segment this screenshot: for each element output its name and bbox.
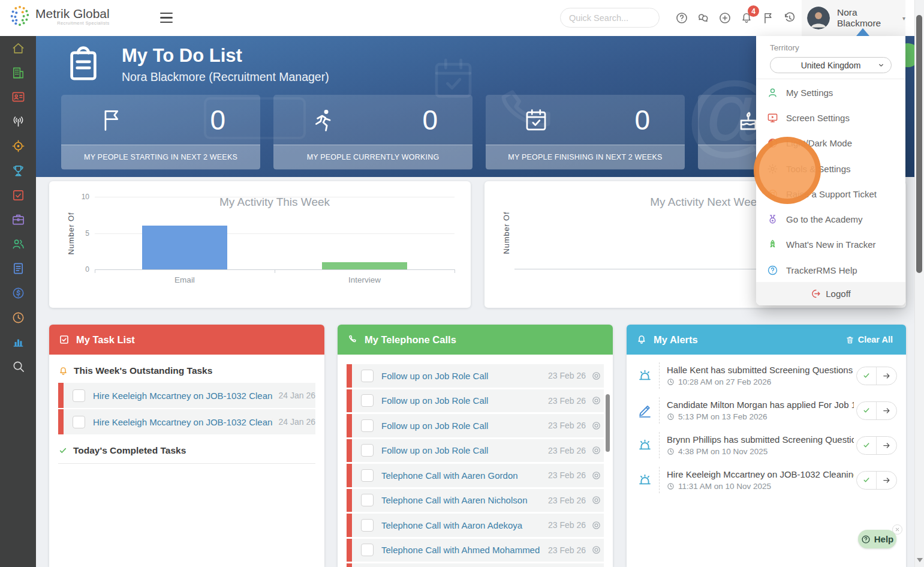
menu-item-light-dark-mode[interactable]: Light/Dark Mode	[756, 131, 905, 156]
sidebar-item-trophy[interactable]	[0, 158, 36, 183]
history-button[interactable]	[783, 11, 796, 25]
list-item: Hire Keeleigh Mccartney on JOB-1032 Clea…	[58, 409, 315, 434]
row-checkbox[interactable]	[73, 389, 85, 402]
scroll-down-arrow[interactable]	[917, 558, 923, 562]
stat-value: 0	[634, 104, 650, 136]
territory-select[interactable]: United Kingdom	[770, 57, 892, 73]
topbar-icons: 4	[675, 0, 796, 36]
stat-card[interactable]: 0MY PEOPLE FINISHING IN NEXT 2 WEEKS	[486, 95, 685, 170]
menu-item-label: What's New in Tracker	[786, 239, 876, 250]
sidebar-item-people[interactable]	[0, 232, 36, 256]
help-button[interactable]	[675, 11, 688, 25]
people-icon	[11, 237, 25, 251]
row-link[interactable]: Hire Keeleigh Mccartney on JOB-1032 Clea…	[93, 391, 273, 401]
alert-complete-button[interactable]	[857, 437, 877, 454]
add-button[interactable]	[718, 11, 732, 25]
alert-content: Halle Kent has submitted Screening Quest…	[667, 365, 854, 386]
list-item: Follow up on Job Role Call23 Feb 26	[347, 364, 604, 388]
sidebar-item-broadcast[interactable]	[0, 109, 36, 134]
row-checkbox[interactable]	[361, 444, 374, 457]
scrollbar-thumb[interactable]	[916, 15, 922, 273]
alert-open-button[interactable]	[877, 367, 896, 385]
row-checkbox[interactable]	[361, 370, 374, 382]
flag-button[interactable]	[762, 11, 775, 25]
sidebar-item-briefcase[interactable]	[0, 208, 36, 232]
list-item: Telephone Call with Aaron Adekoya23 Feb …	[347, 514, 604, 537]
alert-complete-button[interactable]	[857, 367, 877, 385]
row-link[interactable]: Telephone Call with Aaren Gordon	[381, 470, 542, 481]
quick-search-input[interactable]	[560, 8, 660, 28]
calls-scrollbar-thumb[interactable]	[606, 394, 610, 452]
alert-open-button[interactable]	[877, 437, 896, 454]
sidebar-item-id-card[interactable]	[0, 85, 36, 110]
row-checkbox[interactable]	[361, 494, 374, 506]
view-icon[interactable]	[591, 371, 601, 381]
help-close-button[interactable]	[892, 524, 902, 535]
clear-all-button[interactable]: Clear All	[842, 334, 896, 345]
page-scrollbar[interactable]	[914, 0, 924, 567]
priority-bar	[347, 389, 352, 413]
logoff-button[interactable]: Logoff	[756, 282, 905, 305]
row-link[interactable]: Follow up on Job Role Call	[381, 421, 542, 431]
view-icon[interactable]	[591, 545, 601, 555]
row-link[interactable]: Follow up on Job Role Call	[381, 371, 542, 381]
menu-item-my-settings[interactable]: My Settings	[756, 80, 905, 105]
rocket-icon	[767, 239, 778, 250]
menu-item-go-to-the-academy[interactable]: Go to the Academy	[756, 206, 905, 232]
view-icon[interactable]	[591, 445, 601, 455]
page-subtitle: Nora Blackmore (Recruitment Manager)	[122, 70, 329, 84]
alert-open-button[interactable]	[877, 402, 896, 419]
row-link[interactable]: Follow up on Job Role Call	[381, 395, 542, 406]
sidebar-item-coin[interactable]	[0, 281, 36, 305]
notifications-button[interactable]: 4	[740, 11, 753, 25]
brand-logo[interactable]: Metrik Global Recruitment Specialists	[8, 5, 110, 28]
menu-item-raise-a-support-ticket[interactable]: Raise a Support Ticket	[756, 181, 905, 206]
help-button[interactable]: Help	[858, 530, 896, 548]
row-date: 23 Feb 26	[548, 470, 586, 480]
menu-item-trackerrms-help[interactable]: TrackerRMS Help	[756, 257, 905, 283]
sidebar-item-search[interactable]	[0, 354, 36, 379]
chat-icon	[697, 11, 710, 25]
alert-complete-button[interactable]	[857, 402, 877, 419]
chat-button[interactable]	[697, 11, 710, 25]
row-checkbox[interactable]	[361, 394, 374, 407]
stat-card[interactable]: 0MY PEOPLE CURRENTLY WORKING	[273, 95, 472, 170]
sidebar-item-home[interactable]	[0, 36, 36, 61]
sidebar-item-building[interactable]	[0, 61, 36, 85]
row-link[interactable]: Telephone Call with Aaren Nicholson	[381, 495, 542, 505]
row-checkbox[interactable]	[361, 469, 374, 482]
row-link[interactable]: Telephone Call with Ahmed Mohammed	[381, 545, 542, 555]
chart-x-tick-label: Interview	[348, 275, 381, 284]
alert-item: Brynn Phillips has submitted Screening Q…	[636, 428, 897, 463]
row-checkbox[interactable]	[361, 544, 374, 556]
row-checkbox[interactable]	[361, 519, 374, 532]
alert-open-button[interactable]	[877, 472, 896, 489]
view-icon[interactable]	[591, 520, 601, 530]
view-icon[interactable]	[591, 421, 601, 431]
topbar: Metrik Global Recruitment Specialists 4 …	[0, 0, 924, 36]
sidebar-item-bar-chart[interactable]	[0, 330, 36, 355]
view-icon[interactable]	[591, 470, 601, 481]
sidebar-item-doc-list[interactable]	[0, 256, 36, 281]
sidebar-item-task-check[interactable]	[0, 183, 36, 208]
view-icon[interactable]	[591, 495, 601, 505]
alert-complete-button[interactable]	[857, 472, 877, 489]
medal-icon	[767, 214, 778, 225]
row-link[interactable]: Follow up on Job Role Call	[381, 445, 542, 455]
territory-label: Territory	[770, 43, 799, 52]
stat-card[interactable]: 0MY PEOPLE STARTING IN NEXT 2 WEEKS	[61, 95, 260, 170]
hamburger-menu-button[interactable]	[160, 13, 173, 23]
row-link[interactable]: Telephone Call with Aaron Adekoya	[381, 520, 542, 530]
sidebar-item-clock[interactable]	[0, 305, 36, 330]
chart-bar-interview	[322, 262, 407, 269]
menu-item-what-s-new-in-tracker[interactable]: What's New in Tracker	[756, 232, 905, 257]
menu-item-screen-settings[interactable]: Screen Settings	[756, 105, 905, 130]
row-link[interactable]: Hire Keeleigh Mccartney on JOB-1032 Clea…	[93, 417, 273, 427]
user-menu-trigger[interactable]: Nora Blackmore ▾	[802, 0, 905, 36]
view-icon[interactable]	[591, 395, 601, 406]
row-checkbox[interactable]	[73, 416, 85, 428]
sidebar-item-target[interactable]	[0, 134, 36, 158]
row-checkbox[interactable]	[361, 419, 374, 432]
divider	[659, 467, 660, 493]
menu-item-tools-settings[interactable]: Tools & Settings	[756, 156, 905, 181]
